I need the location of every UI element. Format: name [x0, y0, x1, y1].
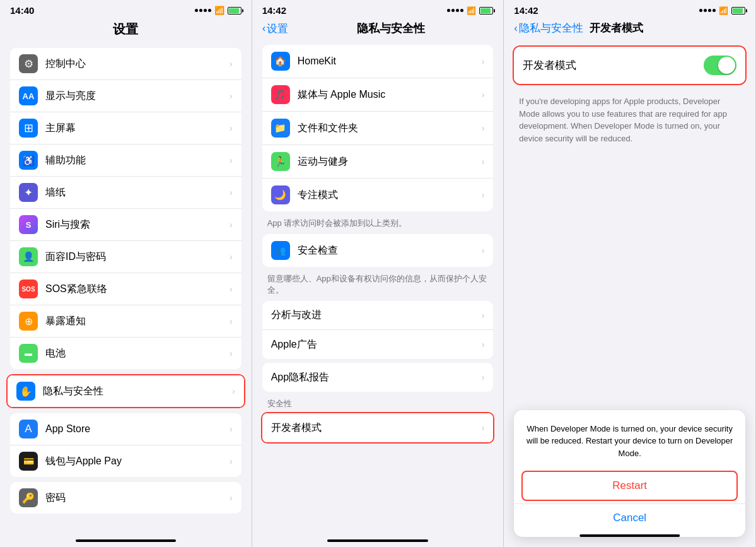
appstore-icon: A: [19, 420, 38, 438]
list-item[interactable]: 🏃 运动与健身 ›: [262, 145, 494, 179]
chevron-icon: ›: [230, 220, 233, 230]
battery-icon: [479, 7, 493, 15]
item-label: 密码: [45, 491, 230, 505]
back-label-3: 隐私与安全性: [519, 21, 583, 35]
chevron-icon: ›: [230, 252, 233, 262]
item-label: App Store: [45, 423, 230, 435]
battery-icon: [731, 7, 745, 15]
dev-desc-text: If you're developing apps for Apple prod…: [519, 95, 740, 144]
alert-dialog: When Developer Mode is turned on, your d…: [514, 410, 745, 538]
item-label: 主屏幕: [45, 122, 230, 135]
chevron-icon: ›: [230, 424, 233, 434]
restart-label: Restart: [612, 479, 647, 491]
list-item[interactable]: Apple广告 ›: [262, 330, 494, 359]
item-label: 媒体与 Apple Music: [298, 88, 482, 102]
dev-mode-highlight-box: 开发者模式 ›: [261, 412, 495, 444]
back-label-2: 设置: [267, 21, 288, 36]
item-label: HomeKit: [298, 56, 482, 67]
list-item[interactable]: SOS SOS紧急联络 ›: [10, 273, 241, 305]
chevron-icon: ›: [230, 155, 233, 165]
panel3-developer: 14:42 📶 ‹ 隐私与安全性 开发者模式 开发者模式: [504, 0, 756, 547]
home-indicator: [76, 539, 176, 542]
chevron-icon: ›: [482, 423, 485, 433]
list-item[interactable]: 🏠 HomeKit ›: [262, 45, 494, 78]
developer-mode-toggle[interactable]: [704, 56, 736, 75]
developer-card: 开发者模式: [514, 47, 745, 84]
alert-body: When Developer Mode is turned on, your d…: [514, 410, 745, 466]
item-label: 电池: [45, 347, 230, 360]
item-label: 安全检查: [298, 244, 482, 257]
chevron-icon: ›: [230, 456, 233, 466]
list-item[interactable]: ⊕ 暴露通知 ›: [10, 305, 241, 338]
wifi-icon: 📶: [214, 6, 224, 15]
privacy-icon: ✋: [16, 382, 35, 401]
status-bar-2: 14:42 📶: [252, 0, 504, 18]
wallet-icon: 💳: [19, 452, 38, 471]
chevron-icon: ›: [230, 123, 233, 133]
list-item[interactable]: 🎵 媒体与 Apple Music ›: [262, 78, 494, 112]
privacy-highlight-box: ✋ 隐私与安全性 ›: [6, 374, 245, 408]
status-bar-3: 14:42 📶: [504, 0, 755, 18]
cancel-button[interactable]: Cancel: [514, 503, 745, 532]
privacy-list[interactable]: 🏠 HomeKit › 🎵 媒体与 Apple Music › 📁 文件和文件夹…: [252, 41, 504, 536]
list-item[interactable]: ♿ 辅助功能 ›: [10, 144, 241, 177]
privacy-report-item[interactable]: App隐私报告 ›: [262, 363, 494, 392]
item-label: App隐私报告: [271, 371, 482, 384]
list-item[interactable]: S Siri与搜索 ›: [10, 209, 241, 241]
list-item[interactable]: A App Store ›: [10, 413, 241, 445]
chevron-icon: ›: [230, 493, 233, 503]
passcode-icon: 🔑: [19, 488, 38, 507]
list-item[interactable]: 🔑 密码 ›: [10, 482, 241, 514]
list-item[interactable]: 分析与改进 ›: [262, 301, 494, 330]
back-button-3[interactable]: ‹ 隐私与安全性: [514, 21, 583, 35]
chevron-icon: ›: [482, 372, 485, 382]
item-label: 开发者模式: [271, 421, 482, 435]
safety-note: 留意哪些人、App和设备有权访问你的信息，从而保护个人安全。: [252, 271, 504, 297]
item-label: 控制中心: [45, 57, 230, 71]
back-button-2[interactable]: ‹ 设置: [262, 21, 289, 36]
accessibility-icon: ♿: [19, 151, 38, 170]
item-label: SOS紧急联络: [45, 283, 230, 296]
home-indicator: [579, 534, 680, 537]
home-screen-icon: ⊞: [19, 119, 38, 138]
settings-group-bottom: A App Store › 💳 钱包与Apple Pay ›: [10, 413, 241, 477]
music-icon: 🎵: [271, 85, 290, 104]
list-item[interactable]: 📁 文件和文件夹 ›: [262, 112, 494, 145]
privacy-item[interactable]: ✋ 隐私与安全性 ›: [8, 375, 244, 407]
item-label: Apple广告: [271, 338, 482, 351]
dev-mode-toggle-box: 开发者模式: [513, 45, 747, 85]
status-icons-1: 📶: [195, 6, 241, 15]
time-3: 14:42: [514, 5, 538, 16]
settings-list[interactable]: ⚙ 控制中心 › AA 显示与亮度 › ⊞ 主屏幕 › ♿ 辅助功能 › ✦ 墙: [0, 43, 252, 536]
list-item[interactable]: 💳 钱包与Apple Pay ›: [10, 445, 241, 477]
list-item[interactable]: ⚙ 控制中心 ›: [10, 48, 241, 80]
homekit-icon: 🏠: [271, 52, 290, 71]
back-chevron-icon: ‹: [262, 22, 266, 35]
item-label: 墙纸: [45, 186, 230, 199]
chevron-icon: ›: [230, 348, 233, 358]
list-item[interactable]: 👤 面容ID与密码 ›: [10, 241, 241, 273]
faceid-icon: 👤: [19, 247, 38, 266]
list-item[interactable]: 🌙 专注模式 ›: [262, 179, 494, 211]
analytics-group: 分析与改进 › Apple广告 ›: [262, 301, 494, 359]
wifi-icon: 📶: [719, 6, 728, 15]
list-item[interactable]: ▬ 电池 ›: [10, 338, 241, 369]
list-item[interactable]: 👥 安全检查 ›: [262, 234, 494, 267]
list-item[interactable]: ✦ 墙纸 ›: [10, 177, 241, 209]
chevron-icon: ›: [482, 310, 485, 321]
privacy-group-main: 🏠 HomeKit › 🎵 媒体与 Apple Music › 📁 文件和文件夹…: [262, 45, 494, 211]
list-item[interactable]: AA 显示与亮度 ›: [10, 80, 241, 112]
list-item[interactable]: ⊞ 主屏幕 ›: [10, 112, 241, 144]
settings-group-main: ⚙ 控制中心 › AA 显示与亮度 › ⊞ 主屏幕 › ♿ 辅助功能 › ✦ 墙: [10, 48, 241, 369]
item-label: 辅助功能: [45, 154, 230, 167]
signal-icon: [195, 9, 211, 12]
chevron-icon: ›: [230, 91, 233, 101]
item-label: 专注模式: [298, 189, 482, 202]
dev-description: If you're developing apps for Apple prod…: [504, 90, 755, 150]
display-icon: AA: [19, 86, 38, 105]
restart-button[interactable]: Restart: [521, 471, 738, 501]
status-icons-3: 📶: [699, 6, 745, 15]
page-title-1: 设置: [0, 18, 252, 43]
developer-mode-item[interactable]: 开发者模式 ›: [262, 413, 494, 442]
dev-mode-label: 开发者模式: [523, 58, 576, 73]
